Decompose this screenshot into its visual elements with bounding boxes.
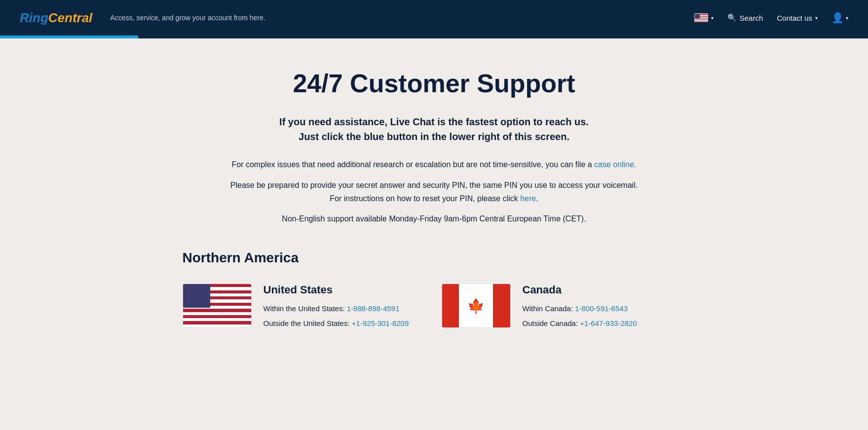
countries-grid: United States Within the United States: … (183, 284, 686, 331)
logo[interactable]: RingCentral (20, 10, 92, 26)
phone-line: Within Canada: 1-800-591-6543 (523, 301, 686, 316)
ca-flag: 🍁 (442, 284, 510, 327)
phone-link[interactable]: 1-800-591-6543 (575, 304, 628, 313)
contact-label: Contact us (777, 14, 812, 22)
contact-chevron-icon: ▾ (815, 15, 818, 21)
country-card: United States Within the United States: … (183, 284, 427, 331)
user-account-button[interactable]: 👤 ▾ (831, 12, 848, 24)
subtitle: If you need assistance, Live Chat is the… (183, 114, 686, 144)
phone-label: Within Canada: (523, 304, 575, 313)
main-content: 24/7 Customer Support If you need assist… (163, 38, 706, 351)
search-button[interactable]: 🔍 Search (727, 13, 763, 22)
logo-ring: Ring (20, 10, 48, 26)
pin-reset-link[interactable]: here (520, 194, 536, 203)
info-text-1: For complex issues that need additional … (183, 158, 686, 171)
page-title: 24/7 Customer Support (183, 68, 686, 99)
logo-central: Central (48, 10, 93, 26)
country-name: United States (264, 284, 427, 296)
subtitle-line1: If you need assistance, Live Chat is the… (279, 116, 589, 127)
phone-label: Outside Canada: (523, 319, 580, 327)
phone-label: Within the United States: (264, 304, 347, 313)
country-flag: 🍁 (442, 284, 511, 328)
phone-line: Outside Canada: +1-647-933-2820 (523, 316, 686, 331)
accent-bar (0, 36, 868, 38)
phone-link[interactable]: 1-888-898-4591 (347, 304, 400, 313)
case-online-link[interactable]: case online. (594, 160, 636, 169)
header-nav: ▾ 🔍 Search Contact us ▾ 👤 ▾ (694, 12, 848, 24)
phone-label: Outside the United States: (264, 319, 352, 327)
header-tagline: Access, service, and grow your account f… (110, 14, 684, 22)
us-flag (183, 284, 251, 327)
phone-line: Within the United States: 1-888-898-4591 (264, 301, 427, 316)
country-name: Canada (523, 284, 686, 296)
contact-us-button[interactable]: Contact us ▾ (777, 14, 818, 22)
country-info: Canada Within Canada: 1-800-591-6543 Out… (523, 284, 686, 331)
phone-line: Outside the United States: +1-925-301-82… (264, 316, 427, 331)
search-label: Search (740, 14, 763, 22)
regions-section: Northern America United States Within th… (183, 250, 686, 331)
info-text-2: Please be prepared to provide your secre… (183, 179, 686, 205)
phone-link[interactable]: +1-925-301-8209 (352, 319, 409, 327)
user-chevron-icon: ▾ (846, 15, 848, 21)
info1-pre: For complex issues that need additional … (232, 160, 595, 169)
user-icon: 👤 (831, 12, 844, 24)
country-info: United States Within the United States: … (264, 284, 427, 331)
country-card: 🍁 Canada Within Canada: 1-800-591-6543 O… (442, 284, 686, 331)
info-text-3: Non-English support available Monday-Fri… (183, 212, 686, 225)
search-icon: 🔍 (727, 13, 737, 22)
region-title: Northern America (183, 250, 686, 266)
country-flag (183, 284, 252, 328)
subtitle-line2: Just click the blue button in the lower … (299, 131, 569, 142)
site-header: RingCentral Access, service, and grow yo… (0, 0, 868, 36)
lang-chevron-icon: ▾ (711, 15, 714, 21)
language-selector[interactable]: ▾ (694, 13, 714, 22)
phone-link[interactable]: +1-647-933-2820 (580, 319, 637, 327)
us-flag-icon (694, 13, 708, 22)
